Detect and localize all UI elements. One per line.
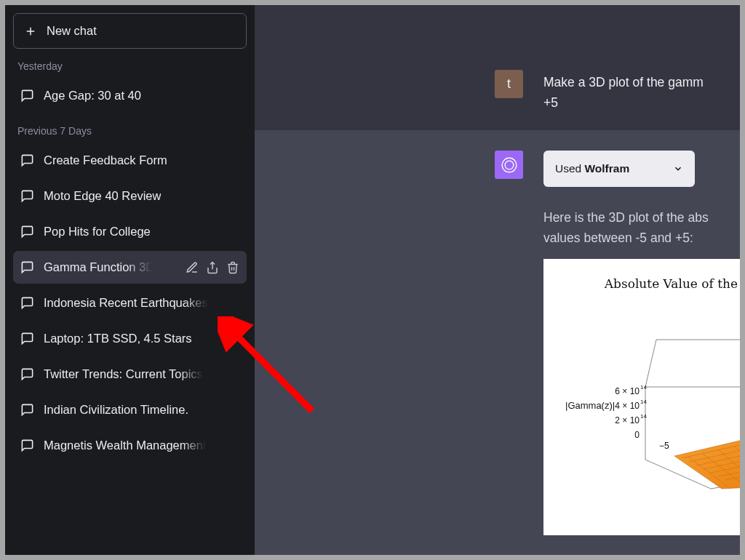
assistant-avatar [495, 151, 523, 179]
user-message-row: t Make a 3D plot of the gamm +5 [255, 52, 740, 130]
app-window: New chat Yesterday Age Gap: 30 at 40 Pre… [5, 5, 740, 555]
chat-item-label: Twitter Trends: Current Topics [44, 367, 203, 381]
chat-item[interactable]: Pop Hits for College [13, 215, 247, 248]
chat-icon [20, 89, 34, 103]
chat-item-label: Gamma Function 3D [44, 260, 154, 274]
chat-item[interactable]: Indian Civilization Timeline. [13, 393, 247, 426]
chat-item-label: Magnetis Wealth Management [44, 439, 206, 452]
chat-item[interactable]: Twitter Trends: Current Topics [13, 358, 247, 391]
section-label-previous7: Previous 7 Days [13, 113, 247, 143]
section-label-yesterday: Yesterday [13, 49, 247, 78]
chat-icon [20, 225, 34, 239]
plot-3d-surface: 6 × 1014 4 × 1014 2 × 1014 0 −5 |Gamma(z… [565, 300, 740, 518]
chat-icon [20, 189, 34, 203]
chat-item-label: Indian Civilization Timeline. [44, 403, 188, 417]
assistant-line: Here is the 3D plot of the abs [543, 207, 740, 228]
share-icon[interactable] [206, 261, 219, 274]
assistant-line: values between -5 and +5: [543, 228, 740, 249]
svg-line-5 [645, 340, 656, 387]
chat-item[interactable]: Indonesia Recent Earthquakes [13, 287, 247, 319]
chat-item[interactable]: Age Gap: 30 at 40 [13, 79, 247, 112]
svg-text:0: 0 [634, 430, 640, 440]
chat-icon [20, 296, 34, 310]
chevron-down-icon [673, 164, 683, 174]
chat-item[interactable]: Laptop: 1TB SSD, 4.5 Stars [13, 322, 247, 355]
new-chat-button[interactable]: New chat [13, 13, 247, 49]
new-chat-label: New chat [47, 24, 97, 38]
chat-icon [20, 260, 34, 274]
chat-item-label: Age Gap: 30 at 40 [44, 89, 141, 103]
svg-text:14: 14 [640, 384, 647, 391]
svg-point-3 [505, 161, 514, 169]
chat-item[interactable]: Create Feedback Form [13, 144, 247, 177]
svg-text:14: 14 [640, 399, 647, 405]
chat-item[interactable]: Magnetis Wealth Management [13, 429, 247, 462]
svg-text:4 × 10: 4 × 10 [615, 401, 640, 411]
chat-item-label: Laptop: 1TB SSD, 4.5 Stars [44, 332, 192, 345]
used-tool-text: Used Wolfram [555, 159, 629, 178]
assistant-message-row: Used Wolfram Here is the 3D plot of the … [255, 130, 740, 553]
user-avatar-letter: t [507, 76, 511, 92]
svg-text:−5: −5 [659, 441, 669, 451]
plot-title: Absolute Value of the Ga [565, 273, 740, 294]
chat-item-label: Moto Edge 40 Review [44, 189, 161, 203]
sidebar: New chat Yesterday Age Gap: 30 at 40 Pre… [5, 5, 255, 555]
chat-icon [20, 332, 34, 345]
openai-logo-icon [500, 156, 519, 175]
plot-image: Absolute Value of the Ga [543, 259, 740, 535]
chat-item-label: Pop Hits for College [44, 225, 151, 239]
chat-item[interactable]: Moto Edge 40 Review [13, 180, 247, 212]
chat-icon [20, 439, 34, 452]
assistant-message-content: Used Wolfram Here is the 3D plot of the … [543, 151, 740, 535]
svg-text:2 × 10: 2 × 10 [615, 415, 640, 425]
chat-item-label: Create Feedback Form [44, 153, 167, 167]
edit-icon[interactable] [186, 261, 199, 274]
svg-text:14: 14 [640, 413, 647, 420]
svg-text:|Gamma(z)|: |Gamma(z)| [565, 400, 615, 411]
top-strip [255, 5, 740, 52]
plus-icon [24, 25, 37, 38]
chat-icon [20, 153, 34, 167]
svg-text:6 × 10: 6 × 10 [615, 386, 640, 396]
user-message-text: Make a 3D plot of the gamm +5 [543, 70, 704, 113]
chat-item-label: Indonesia Recent Earthquakes [44, 296, 208, 310]
chat-item-active[interactable]: Gamma Function 3D [13, 251, 247, 284]
used-tool-badge[interactable]: Used Wolfram [543, 151, 695, 187]
chat-item-actions [186, 261, 239, 274]
chat-icon [20, 367, 34, 381]
user-avatar: t [495, 70, 523, 98]
main-panel: t Make a 3D plot of the gamm +5 [255, 5, 740, 555]
trash-icon[interactable] [226, 261, 239, 274]
chat-icon [20, 403, 34, 417]
